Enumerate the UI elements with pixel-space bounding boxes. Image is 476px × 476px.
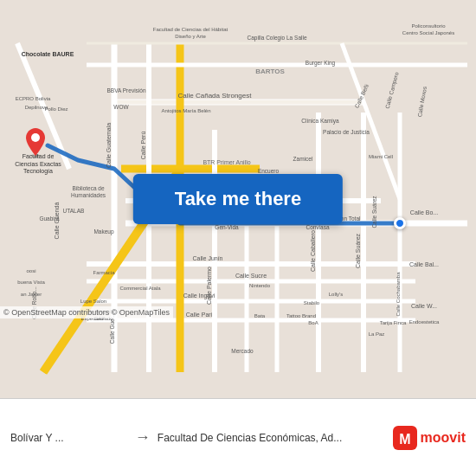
svg-text:Calle Cañada Strongest: Calle Cañada Strongest bbox=[178, 92, 253, 100]
svg-text:BTR Primer Anillo: BTR Primer Anillo bbox=[203, 159, 250, 165]
svg-text:Calle W...: Calle W... bbox=[411, 303, 437, 309]
svg-text:Calle Bal...: Calle Bal... bbox=[409, 261, 439, 267]
svg-text:oosi: oosi bbox=[26, 268, 35, 273]
svg-text:Centro Social Japonés: Centro Social Japonés bbox=[402, 30, 454, 35]
svg-text:BARTOS: BARTOS bbox=[255, 68, 285, 75]
svg-text:Tattoo Brand: Tattoo Brand bbox=[286, 313, 316, 318]
moovit-logo: M moovit bbox=[393, 426, 466, 450]
svg-text:Guabirá: Guabirá bbox=[39, 215, 60, 222]
cta-button-wrapper: Take me there bbox=[133, 174, 343, 224]
svg-text:buena Vista: buena Vista bbox=[17, 280, 45, 285]
svg-text:Makeup: Makeup bbox=[93, 228, 114, 235]
moovit-logo-icon: M bbox=[393, 426, 417, 450]
svg-text:Diseño y Arte: Diseño y Arte bbox=[175, 34, 206, 39]
svg-text:UTALAB: UTALAB bbox=[63, 208, 85, 214]
svg-text:Tarija Finca: Tarija Finca bbox=[380, 320, 407, 325]
svg-text:Bata: Bata bbox=[254, 313, 266, 318]
svg-text:BBVA Previsión: BBVA Previsión bbox=[106, 87, 145, 93]
svg-text:Calle Bo...: Calle Bo... bbox=[410, 209, 438, 215]
destination-pin bbox=[26, 128, 45, 152]
route-from-label: Bolívar Y ... bbox=[10, 432, 128, 444]
svg-text:Calle Junín: Calle Junín bbox=[192, 255, 222, 261]
svg-text:Burger King: Burger King bbox=[306, 60, 336, 67]
svg-text:Endoestetica: Endoestetica bbox=[409, 319, 440, 325]
svg-text:Calle Cochabamba: Calle Cochabamba bbox=[396, 272, 401, 317]
svg-point-101 bbox=[31, 133, 40, 142]
route-arrow: → bbox=[135, 428, 151, 447]
svg-text:Nintendo: Nintendo bbox=[249, 283, 271, 288]
svg-text:Gen-Vida: Gen-Vida bbox=[215, 224, 239, 230]
svg-text:Policonsultorio: Policonsultorio bbox=[411, 23, 446, 29]
bottom-bar: Bolívar Y ... → Facultad De Ciencias Eco… bbox=[0, 398, 476, 476]
svg-text:Calle Palermo: Calle Palermo bbox=[206, 267, 212, 305]
svg-text:Capilla Colegio La Salle: Capilla Colegio La Salle bbox=[247, 35, 306, 42]
svg-text:La Paz: La Paz bbox=[369, 331, 385, 337]
svg-text:Calle Pari: Calle Pari bbox=[186, 312, 213, 318]
svg-text:Calle Guatemala: Calle Guatemala bbox=[106, 123, 112, 168]
svg-text:Conviasa: Conviasa bbox=[306, 224, 329, 230]
svg-text:Humanidades: Humanidades bbox=[71, 192, 106, 198]
svg-text:Calle Suárez: Calle Suárez bbox=[355, 233, 361, 268]
svg-text:ECPRO Bolivia: ECPRO Bolivia bbox=[16, 96, 51, 101]
svg-text:Encuero: Encuero bbox=[258, 168, 280, 174]
route-to-label: Facultad De Ciencias Económicas, Ad... bbox=[158, 432, 393, 444]
svg-text:Mercado: Mercado bbox=[231, 348, 254, 354]
svg-text:Stabilo: Stabilo bbox=[304, 300, 320, 306]
take-me-there-button[interactable]: Take me there bbox=[133, 174, 343, 224]
svg-text:Clínica Kamiya: Clínica Kamiya bbox=[301, 118, 339, 125]
svg-text:Calle Sucre: Calle Sucre bbox=[235, 273, 267, 279]
svg-text:WOW: WOW bbox=[113, 104, 129, 110]
svg-text:Pollo Diez: Pollo Diez bbox=[44, 106, 68, 112]
map-attribution: © OpenStreetMap contributors © OpenMapTi… bbox=[0, 306, 173, 318]
svg-text:Biblioteca de: Biblioteca de bbox=[72, 185, 105, 191]
svg-text:Miami Cell: Miami Cell bbox=[369, 154, 393, 159]
svg-text:Facultad de Ciencias del Hábit: Facultad de Ciencias del Hábitat bbox=[153, 27, 228, 32]
moovit-logo-text: moovit bbox=[421, 430, 466, 446]
svg-text:Calle Perú: Calle Perú bbox=[140, 132, 146, 160]
svg-text:Antojitos María Belén: Antojitos María Belén bbox=[161, 108, 210, 113]
svg-text:M: M bbox=[399, 432, 410, 447]
svg-text:Lupe Salon: Lupe Salon bbox=[80, 299, 106, 304]
svg-text:BoA: BoA bbox=[308, 320, 318, 325]
svg-text:Calle Suárez: Calle Suárez bbox=[371, 196, 377, 228]
svg-text:Palacio de Justicia: Palacio de Justicia bbox=[323, 129, 370, 135]
svg-text:Calle Caballero: Calle Caballero bbox=[310, 230, 316, 272]
map-container: Calle Cañada Strongest BTR Primer Anillo… bbox=[0, 0, 476, 398]
svg-text:Farmacia: Farmacia bbox=[93, 270, 115, 275]
svg-text:Zamicel: Zamicel bbox=[293, 156, 313, 162]
svg-text:Commercial Atala: Commercial Atala bbox=[119, 286, 161, 291]
origin-dot bbox=[394, 217, 406, 229]
svg-text:Lolly's: Lolly's bbox=[329, 292, 344, 297]
svg-text:Depilnova: Depilnova bbox=[25, 105, 48, 110]
svg-text:Chocolate BAURE: Chocolate BAURE bbox=[22, 51, 74, 57]
svg-text:Ciencias Exactas: Ciencias Exactas bbox=[15, 161, 61, 167]
svg-text:Tecnología: Tecnología bbox=[23, 168, 53, 175]
